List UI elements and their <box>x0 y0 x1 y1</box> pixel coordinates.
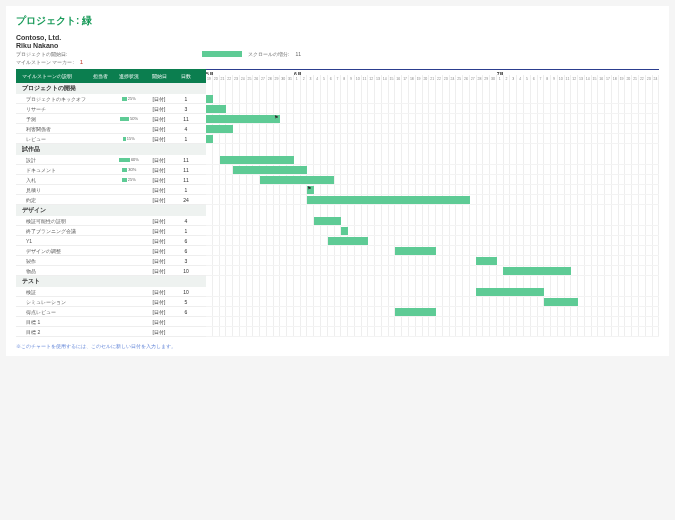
footer-note: ※このチャートを使用するには、このセルに新しい日付を入力します。 <box>16 343 206 349</box>
date-cell: 5 <box>321 75 328 83</box>
gantt-bar[interactable] <box>341 227 348 235</box>
table-row[interactable]: 約定[日付]24 <box>16 195 206 205</box>
table-row[interactable]: 検証可能性の証明[日付]4 <box>16 216 206 226</box>
table-row[interactable]: デザインの調整[日付]6 <box>16 246 206 256</box>
table-row[interactable]: 得点レビュー[日付]6 <box>16 307 206 317</box>
gantt-row <box>206 155 659 165</box>
date-cell: 14 <box>585 75 592 83</box>
gantt-bar[interactable] <box>503 267 571 275</box>
task-progress: 25% <box>114 177 144 182</box>
task-start: [日付] <box>144 157 174 163</box>
table-row[interactable]: 検証[日付]10 <box>16 287 206 297</box>
task-days: 3 <box>174 258 198 264</box>
scroll-increment-label: スクロールの増分: <box>248 51 289 57</box>
scroll-increment-bar[interactable] <box>202 51 242 57</box>
date-cell: 20 <box>213 75 220 83</box>
date-cell: 30 <box>280 75 287 83</box>
table-row[interactable]: 設計60%[日付]11 <box>16 155 206 165</box>
date-cell: 20 <box>625 75 632 83</box>
col-progress: 進捗状況 <box>114 73 144 79</box>
milestone-flag-icon: ⚑ <box>274 114 278 120</box>
table-row[interactable]: 製作[日付]3 <box>16 256 206 266</box>
date-cell: 23 <box>233 75 240 83</box>
table-row[interactable]: レビュー15%[日付]1 <box>16 134 206 144</box>
gantt-bar[interactable] <box>544 298 578 306</box>
date-cell: 8 <box>341 75 348 83</box>
task-name: 物品 <box>16 268 86 274</box>
task-start: [日付] <box>144 106 174 112</box>
table-row[interactable]: 入札25%[日付]11 <box>16 175 206 185</box>
task-days: 11 <box>174 157 198 163</box>
gantt-bar[interactable] <box>233 166 307 174</box>
date-cell: 17 <box>402 75 409 83</box>
gantt-bar[interactable] <box>206 105 226 113</box>
task-days: 11 <box>174 177 198 183</box>
col-days: 日数 <box>174 73 198 79</box>
gantt-row <box>206 195 659 205</box>
table-row[interactable]: 目標 2[日付] <box>16 327 206 337</box>
task-days: 6 <box>174 238 198 244</box>
gantt-bar[interactable] <box>328 237 369 245</box>
task-name: Y1 <box>16 238 86 244</box>
gantt-bar[interactable] <box>395 247 436 255</box>
gantt-bar[interactable] <box>206 115 280 123</box>
table-row[interactable]: 終了ブランニング会議[日付]1 <box>16 226 206 236</box>
gantt-bar[interactable] <box>307 196 469 204</box>
task-start: [日付] <box>144 218 174 224</box>
date-cell: 22 <box>226 75 233 83</box>
table-row[interactable]: プロジェクトのキックオフ25%[日付]1 <box>16 94 206 104</box>
gantt-row <box>206 256 659 266</box>
date-cell: 12 <box>571 75 578 83</box>
task-start: [日付] <box>144 319 174 325</box>
task-name: 検証 <box>16 289 86 295</box>
table-row[interactable]: 予測50%[日付]11 <box>16 114 206 124</box>
table-row[interactable]: 見積り[日付]1 <box>16 185 206 195</box>
date-cell: 21 <box>632 75 639 83</box>
table-row[interactable]: 目標 1[日付] <box>16 317 206 327</box>
task-start: [日付] <box>144 177 174 183</box>
task-start: [日付] <box>144 96 174 102</box>
table-row[interactable]: Y1[日付]6 <box>16 236 206 246</box>
table-row[interactable]: ドキュメント30%[日付]11 <box>16 165 206 175</box>
gantt-bar[interactable] <box>476 288 544 296</box>
task-progress: 15% <box>114 136 144 141</box>
date-cell: 3 <box>307 75 314 83</box>
task-name: 入札 <box>16 177 86 183</box>
task-name: シミュレーション <box>16 299 86 305</box>
gantt-bar[interactable] <box>260 176 334 184</box>
gantt-bar[interactable] <box>314 217 341 225</box>
gantt-bar[interactable] <box>206 135 213 143</box>
gantt-bar[interactable] <box>206 95 213 103</box>
table-row[interactable]: 物品[日付]10 <box>16 266 206 276</box>
date-cell: 5 <box>524 75 531 83</box>
gantt-row <box>206 307 659 317</box>
task-name: 利害関係者 <box>16 126 86 132</box>
gantt-bar[interactable] <box>395 308 436 316</box>
date-cell: 25 <box>456 75 463 83</box>
task-start: [日付] <box>144 167 174 173</box>
table-row[interactable]: 利害関係者[日付]4 <box>16 124 206 134</box>
section-header: 試作品 <box>16 144 206 155</box>
date-cell: 21 <box>220 75 227 83</box>
gantt-row <box>206 165 659 175</box>
date-cell: 8 <box>544 75 551 83</box>
task-days: 5 <box>174 299 198 305</box>
task-name: 予測 <box>16 116 86 122</box>
gantt-bar[interactable] <box>476 257 496 265</box>
date-cell: 11 <box>362 75 369 83</box>
task-days: 4 <box>174 126 198 132</box>
section-header: プロジェクトの開発 <box>16 83 206 94</box>
table-row[interactable]: シミュレーション[日付]5 <box>16 297 206 307</box>
section-header: デザイン <box>16 205 206 216</box>
table-row[interactable]: リサーチ[日付]3 <box>16 104 206 114</box>
gantt-bar[interactable] <box>220 156 294 164</box>
gantt-row <box>206 297 659 307</box>
task-days: 11 <box>174 167 198 173</box>
section-header: テスト <box>16 276 206 287</box>
date-cell: 15 <box>592 75 599 83</box>
date-cell: 25 <box>247 75 254 83</box>
gantt-bar[interactable] <box>206 125 233 133</box>
date-cell: 9 <box>348 75 355 83</box>
date-cell: 26 <box>253 75 260 83</box>
date-cell: 27 <box>470 75 477 83</box>
